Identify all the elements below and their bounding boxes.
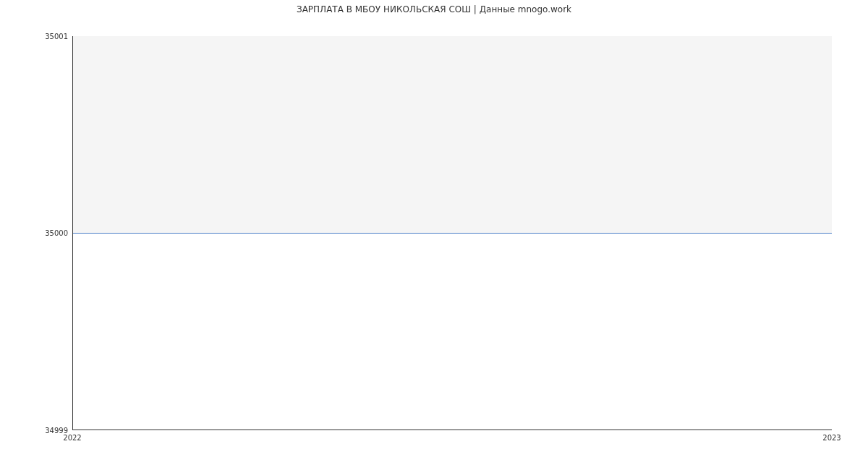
data-line: [73, 233, 832, 234]
plot-area: [72, 36, 832, 430]
y-tick-bottom: 34999: [45, 427, 68, 435]
x-tick-left: 2022: [63, 434, 81, 442]
chart-container: ЗАРПЛАТА В МБОУ НИКОЛЬСКАЯ СОШ | Данные …: [0, 0, 868, 470]
y-tick-top: 35001: [45, 33, 68, 40]
fill-below-line: [73, 233, 832, 430]
x-tick-right: 2023: [822, 434, 841, 442]
y-tick-mid: 35000: [45, 229, 68, 237]
chart-title: ЗАРПЛАТА В МБОУ НИКОЛЬСКАЯ СОШ | Данные …: [0, 4, 868, 14]
